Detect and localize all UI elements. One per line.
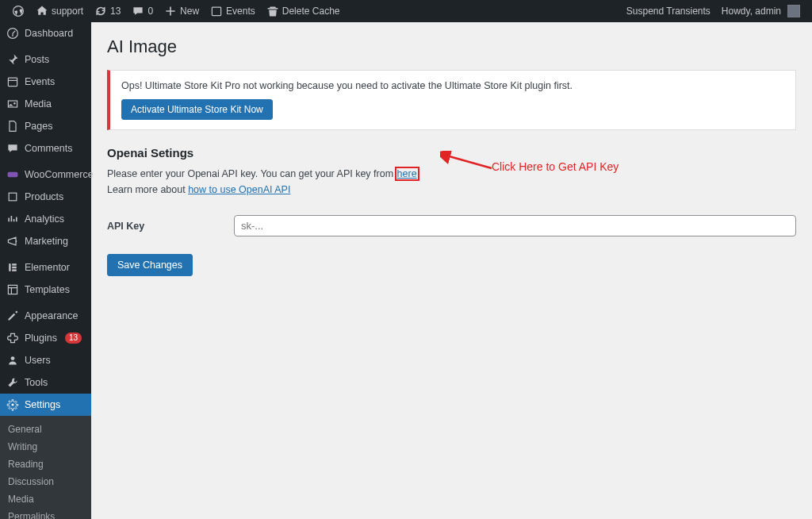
sidebar: Dashboard Posts Events Media Pages Comme…	[0, 22, 91, 519]
suspend-transients-link[interactable]: Suspend Transients	[621, 0, 716, 22]
sidebar-sub-reading[interactable]: Reading	[0, 456, 91, 473]
sidebar-sub-permalinks[interactable]: Permalinks	[0, 508, 91, 519]
woocommerce-icon	[6, 168, 19, 181]
events-label: Events	[226, 6, 255, 17]
updates-count: 13	[110, 6, 121, 17]
wordpress-logo[interactable]	[6, 0, 30, 22]
pin-icon	[6, 53, 19, 66]
comments-link[interactable]: 0	[126, 0, 159, 22]
marketing-icon	[6, 235, 19, 248]
svg-point-5	[13, 102, 15, 104]
here-link[interactable]: here	[396, 168, 418, 179]
sidebar-item-appearance[interactable]: Appearance	[0, 305, 91, 327]
notice-error: Ops! Ultimate Store Kit Pro not working …	[107, 70, 796, 130]
sidebar-sub-discussion[interactable]: Discussion	[0, 473, 91, 490]
sidebar-item-comments[interactable]: Comments	[0, 137, 91, 160]
svg-rect-3	[8, 78, 17, 86]
trash-icon	[266, 5, 279, 17]
admin-bar: support 13 0 New Events Delete Cache Sus…	[0, 0, 812, 22]
sidebar-item-marketing[interactable]: Marketing	[0, 230, 91, 252]
templates-icon	[6, 283, 19, 296]
products-icon	[6, 190, 19, 203]
svg-rect-10	[12, 267, 17, 268]
refresh-icon	[94, 5, 107, 17]
analytics-icon	[6, 213, 19, 225]
dashboard-icon	[6, 27, 19, 40]
svg-point-13	[11, 356, 15, 360]
notice-text: Ops! Ultimate Store Kit Pro not working …	[121, 80, 784, 91]
comment-icon	[132, 5, 144, 17]
sidebar-item-posts[interactable]: Posts	[0, 48, 91, 71]
sidebar-sub-media[interactable]: Media	[0, 490, 91, 508]
activate-button[interactable]: Activate Ultimate Store Kit Now	[121, 99, 273, 120]
elementor-icon	[6, 261, 19, 274]
users-icon	[6, 354, 19, 367]
sidebar-item-users[interactable]: Users	[0, 349, 91, 371]
svg-rect-7	[9, 193, 17, 201]
settings-icon	[6, 398, 19, 411]
home-icon	[36, 5, 48, 17]
svg-rect-11	[12, 269, 17, 271]
site-name: support	[52, 6, 83, 17]
svg-rect-1	[212, 7, 220, 15]
avatar	[787, 5, 800, 17]
save-button[interactable]: Save Changes	[107, 254, 193, 276]
api-key-label: API Key	[107, 221, 234, 232]
sidebar-item-media[interactable]: Media	[0, 93, 91, 115]
calendar-icon	[210, 5, 223, 17]
svg-rect-4	[8, 101, 17, 107]
comment-icon	[6, 142, 19, 155]
plugins-badge: 13	[65, 333, 82, 344]
api-key-input[interactable]	[234, 215, 796, 236]
api-key-row: API Key	[107, 215, 796, 236]
calendar-icon	[6, 75, 19, 88]
delete-cache-label: Delete Cache	[282, 6, 340, 17]
sidebar-item-woocommerce[interactable]: WooCommerce	[0, 163, 91, 186]
media-icon	[6, 98, 19, 110]
sidebar-item-pages[interactable]: Pages	[0, 115, 91, 137]
wordpress-icon	[12, 5, 25, 17]
main-content: AI Image Ops! Ultimate Store Kit Pro not…	[91, 22, 812, 519]
sidebar-item-events[interactable]: Events	[0, 71, 91, 93]
section-heading: Openai Setings	[107, 146, 796, 160]
svg-point-14	[11, 403, 13, 406]
page-icon	[6, 120, 19, 133]
sidebar-item-elementor[interactable]: Elementor	[0, 256, 91, 279]
plugin-icon	[6, 332, 19, 344]
new-link[interactable]: New	[159, 0, 205, 22]
sidebar-sub-general[interactable]: General	[0, 421, 91, 438]
delete-cache-link[interactable]: Delete Cache	[261, 0, 346, 22]
site-home-link[interactable]: support	[30, 0, 89, 22]
comments-count: 0	[147, 6, 153, 17]
updates-link[interactable]: 13	[89, 0, 126, 22]
tools-icon	[6, 376, 19, 389]
page-title: AI Image	[107, 37, 796, 57]
sidebar-item-dashboard[interactable]: Dashboard	[0, 22, 91, 44]
sidebar-sub-writing[interactable]: Writing	[0, 438, 91, 456]
new-label: New	[180, 6, 199, 17]
plus-icon	[164, 5, 177, 17]
svg-rect-8	[9, 263, 10, 271]
events-link[interactable]: Events	[205, 0, 261, 22]
sidebar-item-tools[interactable]: Tools	[0, 371, 91, 394]
svg-rect-9	[12, 263, 17, 265]
learn-more-link[interactable]: how to use OpenAI API	[188, 184, 290, 195]
sidebar-item-products[interactable]: Products	[0, 186, 91, 208]
help-text: Please enter your Openai API key. You ca…	[107, 166, 796, 198]
svg-rect-12	[8, 285, 17, 294]
sidebar-item-analytics[interactable]: Analytics	[0, 208, 91, 230]
sidebar-item-settings[interactable]: Settings	[0, 394, 91, 416]
sidebar-item-templates[interactable]: Templates	[0, 279, 91, 301]
svg-rect-6	[8, 172, 18, 177]
appearance-icon	[6, 309, 19, 322]
sidebar-item-plugins[interactable]: Plugins 13	[0, 327, 91, 349]
howdy-link[interactable]: Howdy, admin	[716, 0, 806, 22]
